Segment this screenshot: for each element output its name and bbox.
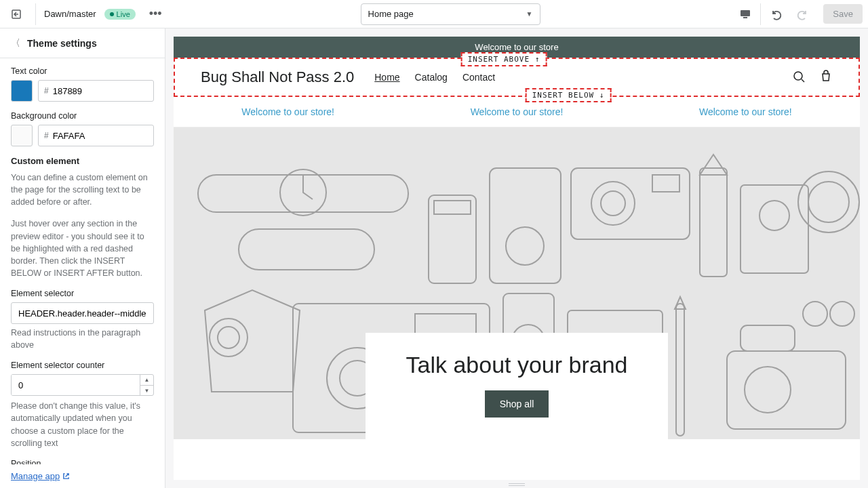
external-link-icon bbox=[62, 472, 70, 480]
more-button[interactable]: ••• bbox=[144, 4, 167, 24]
svg-point-34 bbox=[830, 302, 854, 326]
svg-rect-8 bbox=[434, 201, 471, 214]
page-selector-label: Home page bbox=[368, 9, 414, 19]
counter-label: Element selector counter bbox=[11, 361, 154, 370]
redo-button[interactable] bbox=[791, 2, 815, 26]
help-text-1: You can define a custom element on the p… bbox=[11, 171, 154, 208]
hash-prefix: # bbox=[44, 131, 49, 140]
desktop-icon bbox=[739, 8, 751, 20]
highlighted-section[interactable]: INSERT ABOVE ↑ Bug Shall Not Pass 2.0 Ho… bbox=[174, 58, 860, 97]
theme-name: Dawn/master bbox=[44, 9, 96, 19]
page-selector[interactable]: Home page ▼ bbox=[361, 3, 540, 25]
text-color-swatch[interactable] bbox=[11, 80, 33, 102]
svg-point-19 bbox=[808, 182, 849, 222]
selector-help: Read instructions in the paragraph above bbox=[11, 327, 154, 351]
svg-rect-15 bbox=[700, 168, 727, 277]
viewport-desktop-button[interactable] bbox=[733, 2, 757, 26]
custom-element-heading: Custom element bbox=[11, 156, 154, 166]
hero-card: Talk about your brand Shop all bbox=[366, 333, 669, 439]
undo-icon bbox=[770, 8, 782, 20]
svg-point-10 bbox=[506, 227, 544, 265]
divider bbox=[760, 3, 761, 25]
step-up-button[interactable]: ▲ bbox=[140, 375, 153, 386]
help-text-2: Just hover over any section in the previ… bbox=[11, 218, 154, 279]
counter-input[interactable] bbox=[12, 375, 140, 395]
bg-color-label: Background color bbox=[11, 111, 154, 121]
resize-handle[interactable] bbox=[503, 483, 530, 487]
svg-rect-11 bbox=[571, 168, 690, 239]
step-down-button[interactable]: ▼ bbox=[140, 386, 153, 396]
hero-title: Talk about your brand bbox=[406, 352, 628, 378]
svg-rect-9 bbox=[490, 168, 561, 283]
bg-color-swatch[interactable] bbox=[11, 125, 33, 146]
marquee-item: Welcome to our store! bbox=[471, 106, 564, 117]
sidebar-title: Theme settings bbox=[27, 38, 97, 49]
svg-rect-2 bbox=[743, 17, 747, 18]
selector-input[interactable] bbox=[11, 302, 154, 324]
svg-rect-32 bbox=[741, 325, 795, 351]
redo-icon bbox=[797, 8, 809, 20]
undo-button[interactable] bbox=[764, 2, 788, 26]
svg-rect-6 bbox=[239, 229, 374, 270]
svg-rect-14 bbox=[652, 175, 679, 192]
svg-point-20 bbox=[210, 319, 248, 357]
svg-rect-1 bbox=[741, 10, 750, 16]
shop-all-button[interactable]: Shop all bbox=[485, 390, 549, 418]
store-brand: Bug Shall Not Pass 2.0 bbox=[201, 68, 354, 86]
manage-app-link[interactable]: Manage app bbox=[11, 471, 70, 481]
position-label: Position bbox=[11, 459, 154, 464]
text-color-field[interactable] bbox=[53, 86, 148, 96]
marquee-item: Welcome to our store! bbox=[241, 106, 334, 117]
text-color-label: Text color bbox=[11, 66, 154, 76]
hash-prefix: # bbox=[44, 86, 49, 96]
text-color-input[interactable]: # bbox=[38, 80, 154, 102]
manage-app-label: Manage app bbox=[11, 471, 60, 481]
exit-icon bbox=[11, 9, 22, 20]
marquee-row: Welcome to our store! Welcome to our sto… bbox=[174, 97, 860, 127]
selector-label: Element selector bbox=[11, 289, 154, 298]
divider bbox=[35, 3, 36, 25]
hero-section: Talk about your brand Shop all bbox=[174, 127, 860, 439]
insert-below-button[interactable]: INSERT BELOW ↓ bbox=[526, 88, 612, 102]
svg-point-3 bbox=[794, 72, 802, 80]
svg-point-33 bbox=[803, 302, 827, 326]
svg-rect-29 bbox=[676, 304, 684, 436]
search-icon[interactable] bbox=[792, 70, 806, 85]
bg-color-field[interactable] bbox=[53, 131, 148, 141]
save-button[interactable]: Save bbox=[823, 4, 863, 24]
live-badge: Live bbox=[104, 9, 136, 20]
insert-above-button[interactable]: INSERT ABOVE ↑ bbox=[461, 52, 547, 66]
exit-button[interactable] bbox=[5, 3, 27, 25]
marquee-item: Welcome to our store! bbox=[699, 106, 792, 117]
preview-canvas[interactable]: Welcome to our store INSERT ABOVE ↑ Bug … bbox=[174, 37, 860, 480]
svg-point-17 bbox=[760, 201, 789, 230]
bg-color-input[interactable]: # bbox=[38, 125, 154, 146]
svg-point-31 bbox=[745, 367, 791, 413]
svg-point-21 bbox=[218, 327, 239, 348]
nav-catalog[interactable]: Catalog bbox=[415, 72, 448, 83]
chevron-down-icon: ▼ bbox=[526, 10, 533, 18]
svg-point-13 bbox=[601, 191, 625, 216]
nav-contact[interactable]: Contact bbox=[462, 72, 495, 83]
svg-rect-7 bbox=[429, 195, 476, 283]
svg-point-12 bbox=[591, 182, 635, 225]
nav-home[interactable]: Home bbox=[374, 72, 399, 83]
cart-icon[interactable] bbox=[819, 70, 833, 85]
svg-point-18 bbox=[798, 171, 859, 232]
counter-help: Please don't change this value, it's aut… bbox=[11, 400, 154, 449]
back-arrow-icon[interactable]: 〈 bbox=[11, 37, 20, 49]
